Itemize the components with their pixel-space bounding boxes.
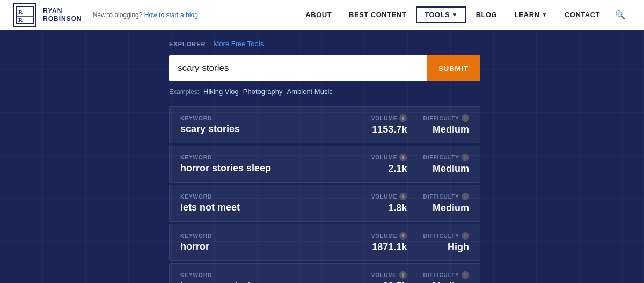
difficulty-label: DIFFICULTY i xyxy=(423,271,469,279)
result-metrics: VOLUME i 1.8k DIFFICULTY i Medium xyxy=(371,193,469,214)
result-keyword-area: KEYWORD true scary stories xyxy=(180,272,371,284)
difficulty-metric: DIFFICULTY i High xyxy=(423,232,469,253)
difficulty-label: DIFFICULTY i xyxy=(423,154,469,161)
example-ambient-music[interactable]: Ambient Music xyxy=(287,88,333,96)
explorer-header: EXPLORER More Free Tools xyxy=(0,40,644,55)
volume-label: VOLUME i xyxy=(371,154,407,161)
example-hiking-vlog[interactable]: Hiking Vlog xyxy=(203,88,239,96)
volume-value: 1.8k xyxy=(371,202,407,214)
header-tagline: New to blogging? How to start a blog xyxy=(93,11,198,19)
volume-metric: VOLUME i 1153.7k xyxy=(371,114,407,135)
nav-contact[interactable]: CONTACT xyxy=(557,8,608,22)
keyword-value: scary stories xyxy=(180,124,371,135)
keyword-label: KEYWORD xyxy=(180,194,371,200)
volume-value: 88.7k xyxy=(371,281,407,283)
volume-info-icon[interactable]: i xyxy=(399,271,407,279)
explorer-label: EXPLORER xyxy=(169,41,206,47)
nav-learn[interactable]: LEARN ▼ xyxy=(507,8,555,22)
volume-metric: VOLUME i 2.1k xyxy=(371,154,407,175)
result-metrics: VOLUME i 1153.7k DIFFICULTY i Medium xyxy=(371,114,469,135)
difficulty-metric: DIFFICULTY i Medium xyxy=(423,154,469,175)
main-nav: ABOUT BEST CONTENT TOOLS ▼ BLOG LEARN ▼ … xyxy=(298,6,631,23)
difficulty-info-icon[interactable]: i xyxy=(462,114,469,122)
logo-icon: R R xyxy=(13,3,36,27)
keyword-value: lets not meet xyxy=(180,202,371,213)
difficulty-label: DIFFICULTY i xyxy=(423,114,469,122)
table-row: KEYWORD horror VOLUME i 1871.1k DIFFICUL… xyxy=(169,224,480,261)
volume-info-icon[interactable]: i xyxy=(399,232,407,240)
nav-tools[interactable]: TOOLS ▼ xyxy=(416,6,466,23)
difficulty-info-icon[interactable]: i xyxy=(462,154,469,161)
volume-info-icon[interactable]: i xyxy=(399,193,407,200)
difficulty-metric: DIFFICULTY i Medium xyxy=(423,114,469,135)
result-metrics: VOLUME i 88.7k DIFFICULTY i Medium xyxy=(371,271,469,283)
learn-chevron-icon: ▼ xyxy=(542,12,547,18)
keyword-label: KEYWORD xyxy=(180,233,371,239)
difficulty-value: Medium xyxy=(423,202,469,214)
volume-label: VOLUME i xyxy=(371,232,407,240)
result-metrics: VOLUME i 2.1k DIFFICULTY i Medium xyxy=(371,154,469,175)
keyword-label: KEYWORD xyxy=(180,155,371,161)
examples-row: Examples: Hiking Vlog Photography Ambien… xyxy=(169,88,644,96)
logo-name: RYAN ROBINSON xyxy=(43,7,82,23)
result-keyword-area: KEYWORD horror xyxy=(180,233,371,252)
difficulty-value: Medium xyxy=(423,281,469,283)
difficulty-metric: DIFFICULTY i Medium xyxy=(423,193,469,214)
difficulty-value: Medium xyxy=(423,163,469,175)
volume-metric: VOLUME i 1871.1k xyxy=(371,232,407,253)
volume-label: VOLUME i xyxy=(371,193,407,200)
search-input[interactable] xyxy=(169,55,427,81)
svg-text:R: R xyxy=(18,9,23,15)
submit-button[interactable]: SUBMIT xyxy=(427,55,480,81)
difficulty-info-icon[interactable]: i xyxy=(462,193,469,200)
tools-chevron-icon: ▼ xyxy=(452,12,457,18)
table-row: KEYWORD lets not meet VOLUME i 1.8k DIFF… xyxy=(169,185,480,222)
examples-label: Examples: xyxy=(169,88,199,96)
volume-value: 1871.1k xyxy=(371,242,407,253)
difficulty-value: Medium xyxy=(423,124,469,135)
site-header: R R RYAN ROBINSON New to blogging? How t… xyxy=(0,0,644,30)
keyword-value: horror xyxy=(180,241,371,252)
keyword-label: KEYWORD xyxy=(180,115,371,121)
search-icon[interactable]: 🔍 xyxy=(610,6,631,23)
volume-label: VOLUME i xyxy=(371,271,407,279)
start-blog-link[interactable]: How to start a blog xyxy=(144,11,198,19)
main-content: EXPLORER More Free Tools SUBMIT Examples… xyxy=(0,30,644,283)
result-keyword-area: KEYWORD horror stories sleep xyxy=(180,155,371,174)
results-container: KEYWORD scary stories VOLUME i 1153.7k D… xyxy=(169,106,480,283)
difficulty-info-icon[interactable]: i xyxy=(462,232,469,240)
difficulty-label: DIFFICULTY i xyxy=(423,232,469,240)
result-metrics: VOLUME i 1871.1k DIFFICULTY i High xyxy=(371,232,469,253)
search-wrapper: SUBMIT xyxy=(169,55,480,81)
nav-blog[interactable]: BLOG xyxy=(469,8,505,22)
table-row: KEYWORD true scary stories VOLUME i 88.7… xyxy=(169,263,480,283)
nav-best-content[interactable]: BEST CONTENT xyxy=(341,8,414,22)
volume-metric: VOLUME i 1.8k xyxy=(371,193,407,214)
keyword-label: KEYWORD xyxy=(180,272,371,278)
nav-about[interactable]: ABOUT xyxy=(298,8,339,22)
logo-area[interactable]: R R RYAN ROBINSON xyxy=(13,3,82,27)
keyword-value: horror stories sleep xyxy=(180,163,371,174)
volume-value: 1153.7k xyxy=(371,124,407,135)
table-row: KEYWORD horror stories sleep VOLUME i 2.… xyxy=(169,146,480,183)
volume-value: 2.1k xyxy=(371,163,407,175)
volume-info-icon[interactable]: i xyxy=(399,114,407,122)
keyword-value: true scary stories xyxy=(180,280,371,284)
result-keyword-area: KEYWORD lets not meet xyxy=(180,194,371,213)
difficulty-value: High xyxy=(423,242,469,253)
difficulty-label: DIFFICULTY i xyxy=(423,193,469,200)
difficulty-info-icon[interactable]: i xyxy=(462,271,469,279)
difficulty-metric: DIFFICULTY i Medium xyxy=(423,271,469,283)
volume-metric: VOLUME i 88.7k xyxy=(371,271,407,283)
volume-info-icon[interactable]: i xyxy=(399,154,407,161)
example-photography[interactable]: Photography xyxy=(243,88,283,96)
result-keyword-area: KEYWORD scary stories xyxy=(180,115,371,135)
volume-label: VOLUME i xyxy=(371,114,407,122)
svg-text:R: R xyxy=(18,17,23,23)
table-row: KEYWORD scary stories VOLUME i 1153.7k D… xyxy=(169,106,480,143)
more-tools-link[interactable]: More Free Tools xyxy=(214,40,264,48)
